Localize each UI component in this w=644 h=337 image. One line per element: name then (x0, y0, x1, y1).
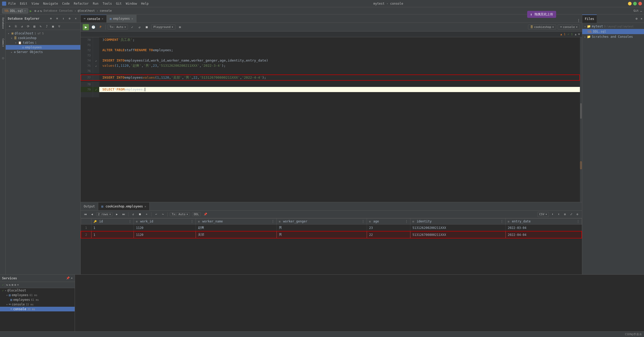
close-button[interactable] (638, 2, 642, 5)
svc-console-sub[interactable]: ⌨ console 33 ms (0, 307, 75, 311)
results-area[interactable]: 🔑 id ⋮ ⊞ work_id ⋮ ⊞ (81, 218, 582, 274)
col-header-worker-genger[interactable]: ⊞ worker_genger ⋮ (277, 219, 367, 224)
tabs-more-icon[interactable]: ⋮ (575, 18, 582, 23)
tree-employees[interactable]: ▤ employees (6, 45, 80, 50)
code-editor[interactable]: 70 ) COMMENT '员工表'; 71 72 (81, 37, 582, 202)
svc-employees-top[interactable]: ▾ ▤ employees 61 ms (0, 293, 75, 297)
other-tab[interactable]: ⬡ (1, 55, 5, 62)
tree-tables[interactable]: ▾ 📋 tables 1 (6, 40, 80, 45)
nav-settings-icon[interactable]: ⚙ (34, 9, 36, 13)
services-collapse-icon[interactable]: ⇆ (9, 283, 11, 287)
col-sort-work-id[interactable]: ⋮ (190, 220, 194, 223)
tree-localhost[interactable]: ▾ 🖥 @localhost 1 of 5 (6, 31, 80, 36)
refresh-icon[interactable]: ↺ (137, 24, 142, 30)
table-row-2[interactable]: 2 1 1120 吴邡 男 22 513126700800211XXX 2022… (81, 231, 582, 238)
menu-help[interactable]: Help (141, 2, 149, 5)
services-sort-icon[interactable]: ⊞ (12, 283, 13, 287)
pin-icon[interactable]: P (98, 24, 103, 30)
services-expand-icon[interactable]: ⇅ (6, 283, 8, 287)
files-tab[interactable]: Files (582, 14, 597, 23)
table-row-1[interactable]: 1 1 1120 赵爽 男 23 513126200200211XXX 2022… (81, 224, 582, 231)
playground-button[interactable]: Playground ▾ (151, 25, 176, 29)
right-panel-close-icon[interactable]: ✕ (639, 17, 644, 20)
file-tree-mytest[interactable]: ▾ 📁 mytest D:\mysql\sql\mytest (582, 24, 644, 29)
svc-console-top[interactable]: ▾ ⌨ console 33 ms (0, 302, 75, 307)
menu-file[interactable]: File (8, 2, 16, 5)
check-icon[interactable]: ✓ (129, 24, 135, 30)
col-sort-age[interactable]: ⋮ (405, 220, 408, 223)
col-sort-id[interactable]: ⋮ (128, 220, 132, 223)
rows-dropdown[interactable]: 2 rows ▾ (96, 212, 113, 216)
menu-git[interactable]: Git (116, 2, 122, 5)
nav-undo-icon[interactable]: ↺ (37, 9, 39, 13)
menu-edit[interactable]: Edit (20, 2, 27, 5)
settings-icon[interactable]: ⚙ (575, 212, 580, 217)
nav-redo-icon[interactable]: ↻ (40, 9, 42, 13)
ddl-bottom-btn[interactable]: DDL (192, 212, 201, 216)
tx-dropdown[interactable]: Tx: Auto ▾ (108, 25, 128, 29)
table-result-tab[interactable]: ▤ cookieshop.employees ✕ (98, 203, 149, 210)
refresh-btn[interactable]: ↺ (19, 24, 25, 29)
db-tab[interactable]: Database (1, 16, 5, 31)
services-check-icon[interactable]: ✓ (2, 283, 4, 287)
tab-console[interactable]: ⌨ console ✕ (81, 15, 107, 23)
csv-dropdown[interactable]: CSV ▾ (538, 212, 549, 217)
menu-code[interactable]: Code (62, 2, 70, 5)
notification-banner[interactable]: ⬆ 拖拽至此上传 (527, 11, 556, 18)
services-config-icon[interactable]: ⚙ (14, 283, 16, 287)
add-btn[interactable]: + (7, 24, 12, 29)
view-icon[interactable]: ⊞ (562, 212, 568, 217)
menu-view[interactable]: View (32, 2, 39, 5)
col-header-identity[interactable]: ⊞ identity ⋮ (410, 219, 506, 224)
export-icon[interactable]: 📌 (203, 212, 208, 217)
edit-btn[interactable]: ✎ (38, 24, 43, 29)
upload-icon[interactable]: ⬆ (556, 212, 561, 217)
next-page-icon[interactable]: ▶ (114, 212, 119, 217)
svc-employees-sub[interactable]: ▤ employees 61 ms (0, 297, 75, 302)
refresh-icon[interactable]: ⊕ (48, 16, 53, 21)
console-btn[interactable]: ▣ (50, 24, 56, 29)
tx-bottom-dropdown[interactable]: Tx: Auto ▾ (170, 212, 190, 216)
jump-btn[interactable]: ⤴ (44, 24, 50, 29)
output-tab[interactable]: Output (81, 203, 98, 210)
prev-page-icon[interactable]: ◀ (89, 212, 95, 217)
nav-more-icon[interactable]: … (640, 9, 642, 12)
col-sort-worker-name[interactable]: ⋮ (271, 220, 274, 223)
tab-employees[interactable]: ▤ employees ✕ (107, 15, 136, 23)
first-page-icon[interactable]: ⏮ (83, 212, 88, 217)
undo-icon[interactable]: ↩ (154, 212, 159, 217)
grid-icon[interactable]: ⊞ (177, 24, 183, 30)
copy-btn[interactable]: ⎘ (13, 24, 19, 29)
minimize-button[interactable] (628, 2, 632, 5)
zoom-icon[interactable]: ⤢ (569, 212, 574, 217)
settings-icon[interactable]: ⚙ (67, 16, 72, 21)
table-result-close[interactable]: ✕ (144, 205, 146, 208)
file-tree-scratches[interactable]: ▸ 📁 Scratches and Consoles (582, 34, 644, 39)
maximize-button[interactable] (633, 2, 637, 5)
file-tree-ddl[interactable]: SQL DDL.sql (582, 29, 644, 34)
col-sort-entry-date[interactable]: ⋮ (577, 220, 580, 223)
close-icon[interactable]: ✕ (73, 16, 78, 21)
tree-cookieshop[interactable]: ▾ 🗄 cookieshop (6, 36, 80, 40)
add-row-icon[interactable]: + (144, 212, 149, 217)
nav-run-button[interactable]: ▶ (30, 9, 32, 13)
tab-employees-close[interactable]: ✕ (131, 17, 133, 20)
services-add-icon[interactable]: + (71, 276, 73, 280)
menu-run[interactable]: Run (93, 2, 98, 5)
menu-refactor[interactable]: Refactor (74, 2, 89, 5)
col-header-worker-name[interactable]: ⊞ worker_name ⋮ (196, 219, 277, 224)
schedule-icon[interactable]: 🕐 (90, 24, 96, 30)
console-selector[interactable]: ⌨ console ▾ (558, 25, 580, 29)
col-header-id[interactable]: 🔑 id ⋮ (91, 219, 134, 224)
tab-console-close[interactable]: ✕ (102, 17, 103, 20)
menu-window[interactable]: Window (126, 2, 137, 5)
col-header-entry-date[interactable]: ⊞ entry_date ⋮ (505, 219, 582, 224)
last-page-icon[interactable]: ⏭ (121, 212, 126, 217)
download-icon[interactable]: ⬇ (550, 212, 555, 217)
stop-icon[interactable]: ⏹ (144, 24, 150, 30)
editor-scrollbar[interactable] (580, 37, 582, 202)
services-pin-icon[interactable]: 📌 (66, 276, 70, 280)
commit-tab[interactable]: Commit (1, 36, 5, 49)
right-panel-settings-icon[interactable]: ⚙ (634, 17, 639, 20)
table-btn[interactable]: ▤ (32, 24, 37, 29)
